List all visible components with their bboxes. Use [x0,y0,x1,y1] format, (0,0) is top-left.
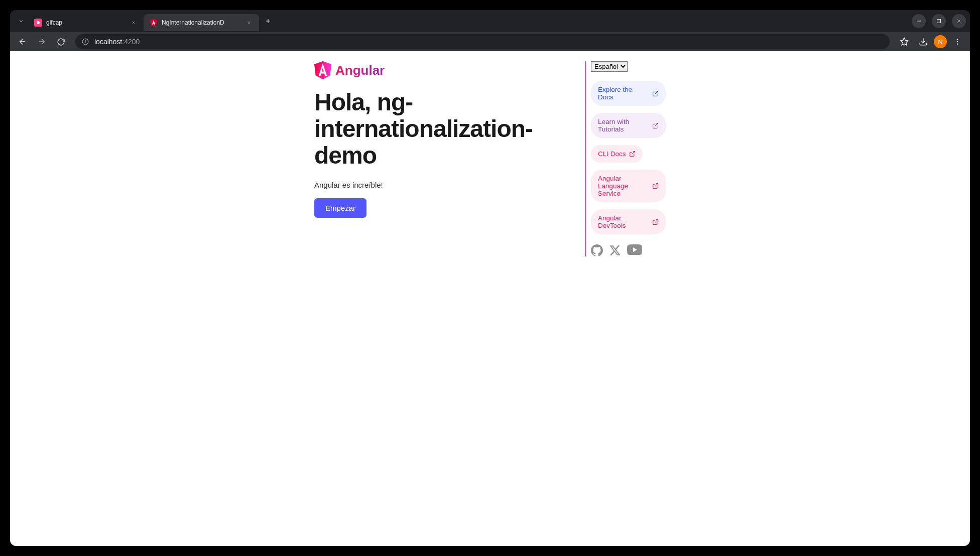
external-link-icon [652,183,659,189]
menu-button[interactable] [949,33,966,50]
address-bar: localhost:4200 N [10,32,970,51]
close-tab-icon[interactable] [130,19,138,27]
browser-window: gifcap NgInternationalizationD [10,10,970,546]
url-bar[interactable]: localhost:4200 [75,34,890,49]
url-text: localhost:4200 [94,38,140,46]
external-link-icon [652,122,659,129]
tab-gifcap[interactable]: gifcap [28,14,144,31]
svg-marker-18 [901,38,908,45]
back-button[interactable] [14,33,31,50]
close-tab-icon[interactable] [245,19,253,27]
svg-point-1 [37,21,40,24]
downloads-button[interactable] [915,33,932,50]
link-cli-docs[interactable]: CLI Docs [591,145,643,163]
github-icon[interactable] [591,244,603,256]
external-link-icon [652,219,659,225]
bookmark-button[interactable] [896,33,913,50]
tabs-dropdown-button[interactable] [14,14,28,28]
svg-line-27 [632,152,635,155]
link-devtools[interactable]: Angular DevTools [591,209,666,234]
window-controls [906,14,966,28]
x-twitter-icon[interactable] [609,244,621,256]
angular-logo: Angular [314,61,577,79]
external-link-icon [629,151,636,157]
maximize-button[interactable] [932,14,946,28]
svg-line-25 [655,91,658,94]
svg-rect-10 [937,20,941,23]
get-started-button[interactable]: Empezar [314,198,366,218]
language-select[interactable]: Español [591,61,628,72]
side-column: Español Explore the Docs Learn with Tuto… [585,61,666,256]
svg-point-20 [957,39,958,40]
profile-avatar[interactable]: N [934,35,947,48]
site-info-icon[interactable] [81,38,89,46]
tab-title: gifcap [46,19,126,26]
link-explore-docs[interactable]: Explore the Docs [591,81,666,106]
new-tab-button[interactable] [261,14,275,28]
close-window-button[interactable] [952,14,966,28]
page-content: Angular Hola, ng-internationalization-de… [10,51,970,546]
tab-bar: gifcap NgInternationalizationD [10,10,970,32]
link-language-service[interactable]: Angular Language Service [591,170,666,202]
angular-shield-icon [314,61,331,79]
reload-button[interactable] [52,33,69,50]
favicon-gifcap-icon [34,19,42,27]
svg-point-22 [957,43,958,44]
svg-point-17 [85,40,86,41]
social-links [591,244,666,256]
page-heading: Hola, ng-internationalization-demo [314,89,577,169]
page-subtitle: Angular es increíble! [314,181,577,189]
external-link-icon [652,90,659,97]
angular-logo-text: Angular [335,63,385,78]
favicon-angular-icon [150,19,158,27]
tab-ng-internationalization[interactable]: NgInternationalizationD [144,14,259,31]
svg-line-28 [655,184,658,187]
youtube-icon[interactable] [627,244,642,256]
svg-point-21 [957,41,958,42]
tab-title: NgInternationalizationD [162,19,241,26]
resource-links: Explore the Docs Learn with Tutorials CL… [591,81,666,234]
forward-button[interactable] [33,33,50,50]
svg-line-29 [655,219,658,222]
main-column: Angular Hola, ng-internationalization-de… [314,61,577,256]
svg-line-26 [655,123,658,126]
minimize-button[interactable] [912,14,926,28]
link-learn-tutorials[interactable]: Learn with Tutorials [591,113,666,138]
